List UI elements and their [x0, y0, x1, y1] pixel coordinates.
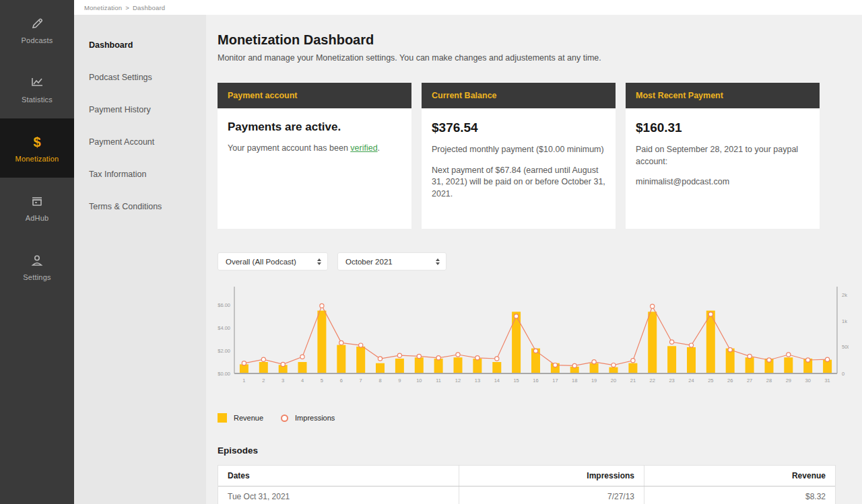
revenue-impressions-chart[interactable]: $0.00$2.00$4.00$6.0005001k2k123456789101… — [218, 284, 849, 393]
sidebar-item-settings[interactable]: Settings — [0, 237, 74, 296]
svg-text:4: 4 — [301, 377, 304, 384]
episode-revenue: $8.32 — [644, 487, 835, 504]
svg-text:23: 23 — [669, 377, 674, 384]
topbar: Monetization>Dashboard — [74, 0, 862, 15]
secondary-sidebar: Dashboard Podcast Settings Payment Histo… — [74, 15, 206, 504]
next-payment-note: Next payment of $67.84 (earned until Aug… — [432, 165, 605, 201]
svg-text:29: 29 — [786, 377, 791, 384]
chart-legend: Revenue Impressions — [218, 413, 849, 423]
svg-text:$4.00: $4.00 — [218, 325, 230, 331]
payment-account-note: Your payment account has been verified. — [228, 143, 401, 155]
main-content: Monetization Dashboard Monitor and manag… — [206, 15, 862, 504]
column-header-dates[interactable]: Dates — [218, 466, 459, 486]
card-header: Current Balance — [422, 83, 616, 108]
svg-text:3: 3 — [281, 377, 284, 384]
episode-date: Tue Oct 31, 2021 — [218, 487, 459, 504]
current-balance-card: Current Balance $376.54 Projected monthl… — [422, 83, 616, 229]
svg-text:12: 12 — [455, 377, 461, 384]
pencil-icon — [30, 15, 44, 32]
svg-text:20: 20 — [611, 377, 616, 384]
month-select-value: October 2021 — [345, 258, 393, 266]
sidebar-item-monetization[interactable]: $ Monetization — [0, 118, 74, 178]
sidebar-item-label: Monetization — [15, 155, 59, 163]
svg-text:26: 26 — [727, 377, 733, 384]
primary-sidebar: Podcasts Statistics $ Monetization — [0, 0, 74, 504]
most-recent-payment-card: Most Recent Payment $160.31 Paid on Sept… — [626, 83, 820, 229]
recent-payment-amount: $160.31 — [636, 120, 809, 135]
month-select[interactable]: October 2021 — [337, 252, 446, 271]
breadcrumb-page: Dashboard — [133, 4, 165, 11]
current-balance-amount: $376.54 — [432, 120, 605, 135]
svg-text:$6.00: $6.00 — [218, 302, 230, 308]
breadcrumb-section[interactable]: Monetization — [84, 4, 122, 11]
svg-text:30: 30 — [805, 377, 811, 384]
svg-text:16: 16 — [533, 377, 538, 384]
svg-text:5: 5 — [321, 377, 323, 384]
recent-payment-note: Paid on September 28, 2021 to your paypa… — [636, 144, 809, 168]
svg-text:13: 13 — [475, 377, 480, 384]
column-header-impressions[interactable]: Impressions — [459, 466, 644, 486]
svg-text:8: 8 — [378, 377, 381, 384]
svg-text:17: 17 — [552, 377, 558, 384]
sidebar-item-label: Settings — [23, 273, 51, 281]
episodes-heading: Episodes — [218, 445, 849, 456]
svg-text:28: 28 — [766, 377, 772, 384]
subnav-item-dashboard[interactable]: Dashboard — [74, 40, 206, 52]
subnav-item-payment-history[interactable]: Payment History — [74, 105, 206, 116]
projected-payment-note: Projected monthly payment ($10.00 minimu… — [432, 144, 605, 156]
svg-text:2: 2 — [262, 377, 265, 384]
svg-text:1: 1 — [242, 377, 245, 384]
dollar-icon: $ — [33, 134, 40, 150]
svg-text:18: 18 — [572, 377, 577, 384]
svg-text:7: 7 — [360, 377, 362, 384]
subnav-item-podcast-settings[interactable]: Podcast Settings — [74, 73, 206, 84]
svg-text:9: 9 — [398, 377, 401, 384]
payment-account-card: Payment account Payments are active. You… — [218, 83, 411, 229]
svg-text:19: 19 — [591, 377, 597, 384]
svg-text:27: 27 — [747, 377, 752, 384]
sidebar-item-label: Statistics — [22, 96, 53, 104]
paypal-account-email: minimalist@podcast.com — [636, 176, 809, 188]
select-arrows-icon — [317, 258, 321, 265]
line-chart-icon — [30, 75, 44, 91]
svg-text:$0.00: $0.00 — [218, 371, 230, 377]
column-header-revenue[interactable]: Revenue — [644, 466, 835, 486]
subnav-item-tax-information[interactable]: Tax Information — [74, 170, 206, 181]
sidebar-item-label: AdHub — [26, 214, 49, 222]
svg-text:24: 24 — [688, 377, 694, 384]
subnav-item-payment-account[interactable]: Payment Account — [74, 137, 206, 149]
verified-link[interactable]: verified — [350, 143, 377, 153]
sidebar-item-statistics[interactable]: Statistics — [0, 59, 74, 118]
svg-text:11: 11 — [436, 377, 441, 384]
page-subtitle: Monitor and manage your Monetization set… — [218, 53, 849, 63]
summary-cards: Payment account Payments are active. You… — [218, 83, 849, 229]
svg-text:6: 6 — [340, 377, 343, 384]
page-title: Monetization Dashboard — [218, 32, 849, 48]
svg-text:500: 500 — [842, 344, 849, 350]
storefront-icon — [30, 193, 44, 209]
svg-text:21: 21 — [630, 377, 636, 384]
sidebar-item-label: Podcasts — [22, 36, 53, 44]
svg-text:2k: 2k — [842, 292, 847, 298]
table-row[interactable]: Tue Oct 31, 2021 7/27/13 $8.32 — [218, 487, 835, 504]
person-icon — [30, 252, 44, 268]
card-header: Most Recent Payment — [626, 83, 820, 108]
revenue-swatch-icon — [218, 413, 227, 423]
legend-revenue-label: Revenue — [234, 414, 263, 422]
sidebar-item-podcasts[interactable]: Podcasts — [0, 0, 74, 59]
podcast-select-value: Overall (All Podcast) — [226, 258, 296, 266]
card-header: Payment account — [218, 83, 411, 108]
subnav-item-terms-conditions[interactable]: Terms & Conditions — [74, 202, 206, 213]
payment-status-text: Payments are active. — [228, 120, 401, 134]
episode-impressions: 7/27/13 — [459, 487, 644, 504]
table-header-row: Dates Impressions Revenue — [218, 466, 835, 487]
svg-text:22: 22 — [650, 377, 655, 384]
svg-text:31: 31 — [824, 377, 830, 384]
sidebar-item-adhub[interactable]: AdHub — [0, 178, 74, 237]
svg-text:15: 15 — [513, 377, 519, 384]
podcast-select[interactable]: Overall (All Podcast) — [218, 252, 328, 271]
legend-impressions-label: Impressions — [295, 414, 335, 422]
impressions-ring-icon — [281, 415, 288, 422]
episodes-table: Dates Impressions Revenue Tue Oct 31, 20… — [218, 465, 836, 504]
select-arrows-icon — [436, 258, 440, 265]
